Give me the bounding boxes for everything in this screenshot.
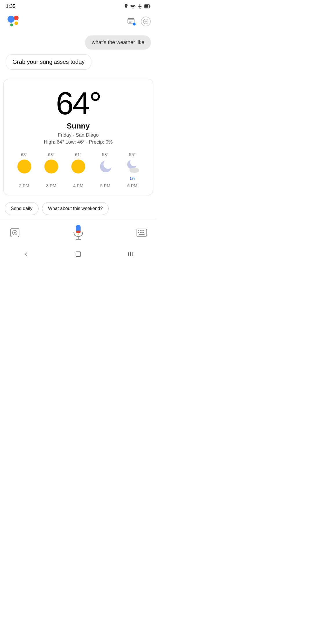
svg-rect-32 xyxy=(140,230,141,231)
svg-rect-31 xyxy=(138,230,139,231)
home-button[interactable] xyxy=(71,249,85,259)
airplane-icon xyxy=(137,4,143,9)
forecast-temp-2pm: 63° xyxy=(21,152,28,157)
chat-area: what's the weather like Grab your sungla… xyxy=(0,32,156,79)
wifi-icon xyxy=(130,4,136,8)
location-icon xyxy=(124,4,128,9)
forecast-time-6pm: 6 PM xyxy=(127,183,137,188)
forecast-icon-2pm xyxy=(17,159,32,174)
forecast-temp-4pm: 61° xyxy=(75,152,82,157)
svg-point-21 xyxy=(135,168,139,172)
status-bar: 1:35 xyxy=(0,0,156,12)
svg-rect-36 xyxy=(140,232,141,233)
status-time: 1:35 xyxy=(6,3,15,9)
forecast-time-5pm: 5 PM xyxy=(100,183,110,188)
forecast-icon-4pm xyxy=(70,159,86,174)
keyboard-icon[interactable] xyxy=(136,227,147,238)
forecast-slot-4pm: 61° 4 PM xyxy=(65,152,92,188)
user-message-bubble: what's the weather like xyxy=(6,35,151,50)
forecast-temp-5pm: 58° xyxy=(102,152,109,157)
svg-point-29 xyxy=(78,234,79,235)
user-message-text: what's the weather like xyxy=(85,35,151,50)
svg-point-6 xyxy=(10,23,13,26)
notification-badge xyxy=(133,23,136,26)
svg-point-3 xyxy=(8,16,14,23)
svg-rect-37 xyxy=(141,232,143,233)
back-button[interactable] xyxy=(19,249,33,259)
app-bar-icons xyxy=(127,17,151,26)
svg-rect-2 xyxy=(150,6,151,7)
forecast-precip-6pm: 1% xyxy=(130,176,135,181)
svg-rect-26 xyxy=(76,231,81,233)
svg-marker-13 xyxy=(144,21,148,22)
svg-rect-38 xyxy=(143,232,144,233)
notification-icon[interactable] xyxy=(127,17,136,26)
forecast-temp-3pm: 63° xyxy=(48,152,54,157)
forecast-icon-6pm xyxy=(124,159,140,174)
svg-point-4 xyxy=(14,16,19,20)
svg-rect-39 xyxy=(139,234,145,235)
google-logo xyxy=(6,14,21,29)
svg-point-5 xyxy=(14,21,18,25)
assistant-message-bubble: Grab your sunglasses today xyxy=(6,54,151,70)
svg-rect-35 xyxy=(138,232,139,233)
weather-location: Friday · San Diego xyxy=(10,132,147,138)
bottom-bar xyxy=(0,220,156,245)
forecast-temp-6pm: 55° xyxy=(129,152,136,157)
send-daily-chip[interactable]: Send daily xyxy=(5,202,39,215)
forecast-icon-5pm xyxy=(97,159,113,174)
forecast-slot-2pm: 63° 2 PM xyxy=(11,152,38,188)
lens-icon[interactable] xyxy=(9,227,20,238)
weather-card: 64° Sunny Friday · San Diego High: 64° L… xyxy=(3,79,153,195)
suggestion-chips: Send daily What about this weekend? xyxy=(0,200,156,220)
forecast-slot-5pm: 58° 5 PM xyxy=(92,152,119,188)
svg-rect-1 xyxy=(145,5,148,8)
temperature-display: 64° xyxy=(10,87,147,119)
svg-rect-40 xyxy=(76,252,81,257)
forecast-time-2pm: 2 PM xyxy=(19,183,29,188)
forecast-time-3pm: 3 PM xyxy=(46,183,56,188)
svg-rect-33 xyxy=(141,230,143,231)
svg-point-20 xyxy=(130,168,134,173)
mic-button[interactable] xyxy=(70,224,87,241)
svg-point-24 xyxy=(14,232,16,234)
weather-condition: Sunny xyxy=(10,122,147,131)
forecast-slot-6pm: 55° 1% 6 PM xyxy=(119,152,146,188)
nav-bar xyxy=(0,245,156,265)
battery-icon xyxy=(144,4,151,8)
google-assistant-logo xyxy=(6,14,21,29)
forecast-time-4pm: 4 PM xyxy=(73,183,83,188)
compass-icon[interactable] xyxy=(141,17,151,26)
recents-button[interactable] xyxy=(123,249,137,259)
hourly-forecast: 63° 2 PM 63° 3 PM 61° 4 PM xyxy=(10,152,147,188)
svg-rect-34 xyxy=(143,230,144,231)
weekend-chip[interactable]: What about this weekend? xyxy=(42,202,109,215)
status-icons xyxy=(124,4,151,9)
forecast-icon-3pm xyxy=(43,159,59,174)
app-bar xyxy=(0,12,156,32)
forecast-slot-3pm: 63° 3 PM xyxy=(38,152,65,188)
assistant-message-text: Grab your sunglasses today xyxy=(6,54,91,70)
weather-detail-line: High: 64° Low: 46° · Precip: 0% xyxy=(10,139,147,145)
